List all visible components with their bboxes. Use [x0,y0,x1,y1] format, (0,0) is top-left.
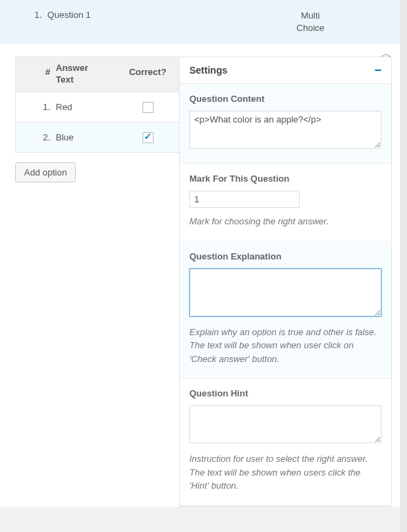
table-row[interactable]: 1. Red [16,92,190,122]
head-correct: Correct? [105,57,190,92]
question-type-line1: Multi [297,10,324,22]
row-num: 2. [16,132,53,142]
add-option-button[interactable]: Add option [15,162,76,182]
row-correct-cell [105,131,190,143]
mark-label: Mark For This Question [189,173,382,184]
correct-checkbox[interactable] [143,102,154,113]
question-header: 1. Question 1 Multi Choice [0,0,407,44]
row-answer-text[interactable]: Red [53,102,105,112]
settings-header: Settings − [180,57,391,84]
mark-input[interactable] [189,191,300,208]
explanation-label: Question Explanation [189,251,382,262]
settings-title: Settings [189,65,227,76]
question-title: Question 1 [48,10,297,20]
mark-help-text: Mark for choosing the right answer. [189,215,382,228]
answers-table: # Answer Text Correct? 1. Red 2. [15,56,191,153]
collapse-icon[interactable]: − [374,64,382,76]
content-label: Question Content [189,94,382,104]
question-explanation-textarea[interactable] [189,268,382,317]
correct-checkbox[interactable] [143,132,154,143]
row-correct-cell [105,101,190,113]
section-explanation: Question Explanation Explain why an opti… [180,242,391,379]
hint-help-text: Instruction for user to select the right… [189,452,382,493]
head-answer: Answer Text [53,57,105,92]
explanation-help-text: Explain why an option is true and other … [189,326,382,366]
head-answer-l2: Text [56,74,74,85]
head-answer-l1: Answer [56,63,88,73]
chevron-up-icon[interactable]: ︿ [381,47,392,61]
answers-table-head: # Answer Text Correct? [16,57,190,92]
settings-panel: Settings − Question Content Mark For Thi… [179,56,392,507]
section-question-content: Question Content [180,84,391,164]
question-type-line2: Choice [297,22,324,34]
hint-label: Question Hint [189,388,382,398]
answers-column: # Answer Text Correct? 1. Red 2. [0,44,179,195]
section-mark: Mark For This Question Mark for choosing… [180,164,391,242]
question-hint-textarea[interactable] [189,405,382,443]
head-num: # [16,57,53,92]
question-number: 1. [34,10,42,20]
table-row[interactable]: 2. Blue [16,122,190,152]
section-hint: Question Hint Instruction for user to se… [180,379,391,506]
settings-column: ︿ Settings − Question Content Mark For T… [179,56,392,507]
scrollbar[interactable] [400,0,407,507]
row-answer-text[interactable]: Blue [53,132,105,142]
row-num: 1. [16,102,53,112]
question-content-textarea[interactable] [189,111,382,149]
question-type: Multi Choice [297,10,324,34]
